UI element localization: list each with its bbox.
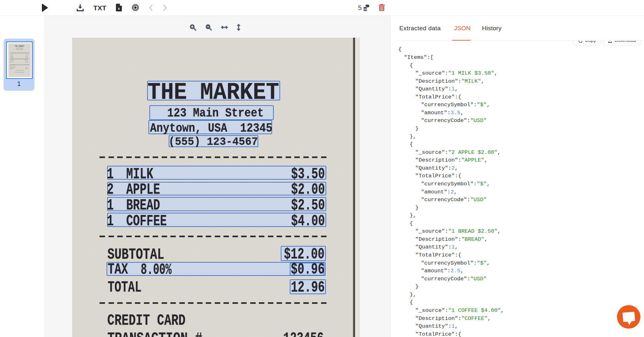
svg-text:x: x [118, 6, 120, 10]
